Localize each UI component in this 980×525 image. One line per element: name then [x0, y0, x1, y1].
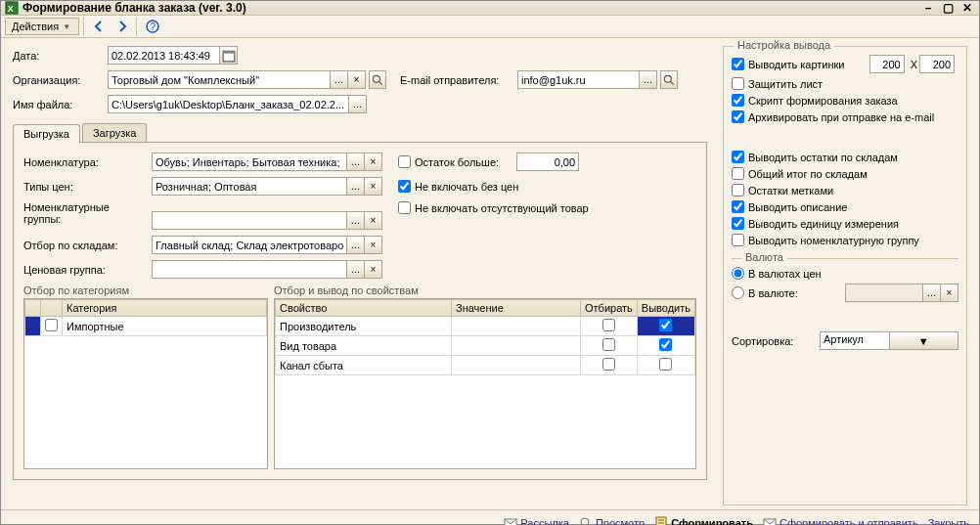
prop-output-checkbox[interactable]	[659, 338, 672, 351]
search-icon[interactable]	[660, 70, 678, 89]
clear-icon[interactable]: ×	[365, 236, 382, 254]
show-nom-group-label: Выводить номенклатурную группу	[748, 235, 919, 246]
nomenclature-input[interactable]	[152, 153, 347, 171]
help-icon[interactable]: ?	[142, 16, 163, 37]
stock-marks-checkbox[interactable]	[732, 184, 744, 197]
in-price-currencies-radio[interactable]	[732, 267, 744, 280]
stock-by-wh-checkbox[interactable]	[732, 151, 744, 163]
sort-select[interactable]: Артикул ▼	[820, 331, 958, 350]
ellipsis-icon[interactable]: …	[347, 236, 365, 254]
prop-cell[interactable]: Канал сбыта	[276, 356, 452, 375]
mailing-button[interactable]: Рассылка	[504, 516, 569, 525]
total-by-wh-checkbox[interactable]	[732, 167, 744, 180]
remain-greater-value[interactable]	[516, 153, 579, 171]
clear-icon[interactable]: ×	[365, 153, 382, 171]
nom-groups-input[interactable]	[152, 211, 347, 230]
order-script-checkbox[interactable]	[732, 94, 744, 107]
org-input[interactable]	[108, 70, 331, 89]
ellipsis-icon[interactable]: …	[347, 177, 365, 196]
tab-export[interactable]: Выгрузка	[13, 124, 80, 143]
property-grid[interactable]: Свойство Значение Отбирать Выводить Прои…	[274, 298, 696, 469]
prop-value-cell[interactable]	[452, 356, 581, 375]
price-group-label: Ценовая группа:	[23, 264, 152, 276]
redo-icon[interactable]	[111, 16, 132, 37]
date-input[interactable]	[108, 46, 220, 65]
date-label: Дата:	[13, 50, 108, 62]
close-window-button[interactable]: ✕	[959, 1, 975, 15]
show-nom-group-checkbox[interactable]	[732, 234, 744, 246]
ellipsis-icon[interactable]: …	[349, 95, 367, 113]
nom-groups-label: Номенклатурныегруппы:	[23, 201, 152, 225]
app-icon: X	[5, 1, 19, 15]
prop-cell[interactable]: Производитель	[276, 317, 452, 336]
svg-text:X: X	[8, 4, 14, 14]
minimize-button[interactable]: –	[920, 1, 936, 15]
show-desc-checkbox[interactable]	[732, 200, 744, 213]
price-types-input[interactable]	[152, 177, 347, 196]
prop-select-checkbox[interactable]	[602, 338, 615, 351]
image-width-input[interactable]	[869, 55, 905, 73]
price-group-input[interactable]	[152, 260, 347, 279]
exclude-no-prices-checkbox[interactable]	[398, 180, 411, 193]
prop-select-checkbox[interactable]	[602, 319, 615, 331]
total-by-wh-label: Общий итог по складам	[748, 168, 868, 180]
prop-value-cell[interactable]	[452, 336, 581, 356]
archive-email-checkbox[interactable]	[732, 110, 744, 123]
chevron-down-icon[interactable]: ▼	[889, 332, 958, 349]
cat-row-name[interactable]: Импортные	[63, 317, 267, 336]
clear-icon[interactable]: ×	[941, 284, 958, 302]
prop-output-checkbox[interactable]	[659, 358, 672, 371]
row-marker[interactable]	[25, 317, 41, 336]
remain-greater-checkbox[interactable]	[398, 155, 411, 168]
generate-send-button[interactable]: Сформировать и отправить	[763, 516, 918, 525]
in-currency-radio[interactable]	[732, 286, 744, 299]
email-label: E-mail отправителя:	[400, 74, 517, 86]
prop-col-value: Значение	[452, 300, 581, 317]
ellipsis-icon[interactable]: …	[347, 153, 365, 171]
ellipsis-icon[interactable]: …	[640, 70, 657, 89]
warehouse-input[interactable]	[152, 236, 347, 254]
prop-col-output: Выводить	[637, 300, 694, 317]
x-label: X	[911, 59, 917, 70]
price-types-label: Типы цен:	[23, 181, 152, 193]
tab-content-export: Номенклатура: … × Остаток больше: Типы ц…	[13, 143, 707, 480]
filename-input[interactable]	[108, 95, 349, 113]
actions-menu[interactable]: Действия ▼	[5, 18, 79, 35]
ellipsis-icon[interactable]: …	[347, 260, 365, 279]
currency-input[interactable]	[845, 284, 923, 302]
clear-icon[interactable]: ×	[348, 70, 366, 89]
prop-col-prop: Свойство	[276, 300, 452, 317]
clear-icon[interactable]: ×	[365, 211, 382, 230]
output-group-title: Настройка вывода	[734, 39, 834, 51]
preview-button[interactable]: Просмотр	[579, 516, 645, 525]
prop-output-checkbox[interactable]	[659, 319, 672, 331]
show-images-checkbox[interactable]	[732, 58, 744, 70]
tab-import[interactable]: Загрузка	[82, 123, 147, 142]
prop-select-checkbox[interactable]	[602, 358, 615, 371]
stock-marks-label: Остатки метками	[748, 185, 833, 197]
in-currency-label: В валюте:	[748, 287, 798, 299]
image-height-input[interactable]	[919, 55, 955, 73]
email-input[interactable]	[517, 70, 640, 89]
search-icon[interactable]	[369, 70, 386, 89]
remain-greater-label: Остаток больше:	[415, 156, 499, 168]
prop-value-cell[interactable]	[452, 317, 581, 336]
show-unit-checkbox[interactable]	[732, 217, 744, 230]
clear-icon[interactable]: ×	[365, 177, 382, 196]
cat-row-checkbox[interactable]	[45, 319, 58, 331]
date-picker-icon[interactable]	[220, 46, 238, 65]
maximize-button[interactable]: ▢	[940, 1, 956, 15]
category-grid[interactable]: Категория Импортные	[23, 298, 268, 469]
undo-icon[interactable]	[89, 16, 111, 37]
generate-button[interactable]: Сформировать	[654, 516, 753, 525]
ellipsis-icon[interactable]: …	[331, 70, 348, 89]
show-unit-label: Выводить единицу измерения	[748, 218, 899, 230]
ellipsis-icon[interactable]: …	[923, 284, 941, 302]
protect-sheet-checkbox[interactable]	[732, 77, 744, 90]
clear-icon[interactable]: ×	[365, 260, 382, 279]
close-button[interactable]: Закрыть	[928, 517, 969, 525]
exclude-missing-checkbox[interactable]	[398, 201, 411, 214]
ellipsis-icon[interactable]: …	[347, 211, 365, 230]
prop-cell[interactable]: Вид товара	[276, 336, 452, 356]
chevron-down-icon: ▼	[63, 22, 70, 31]
